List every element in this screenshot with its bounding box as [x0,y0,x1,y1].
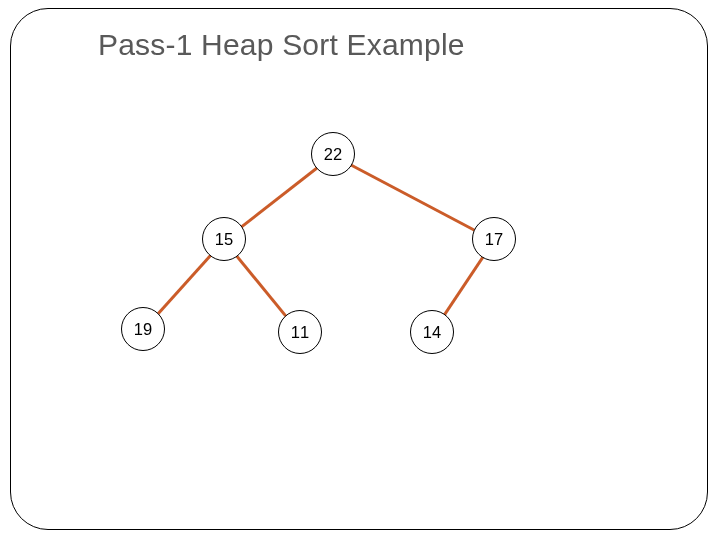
node-rl: 14 [410,310,454,354]
node-l-label: 15 [215,230,233,249]
node-rl-label: 14 [423,323,441,342]
node-r: 17 [472,217,516,261]
node-ll: 19 [121,307,165,351]
node-lr: 11 [278,310,322,354]
node-lr-label: 11 [291,323,309,342]
node-root: 22 [311,132,355,176]
node-r-label: 17 [485,230,503,249]
node-ll-label: 19 [134,320,152,339]
heap-diagram: 22 15 17 19 11 14 [0,0,720,540]
edge-root-right [332,154,494,242]
node-root-label: 22 [324,145,342,164]
node-l: 15 [202,217,246,261]
